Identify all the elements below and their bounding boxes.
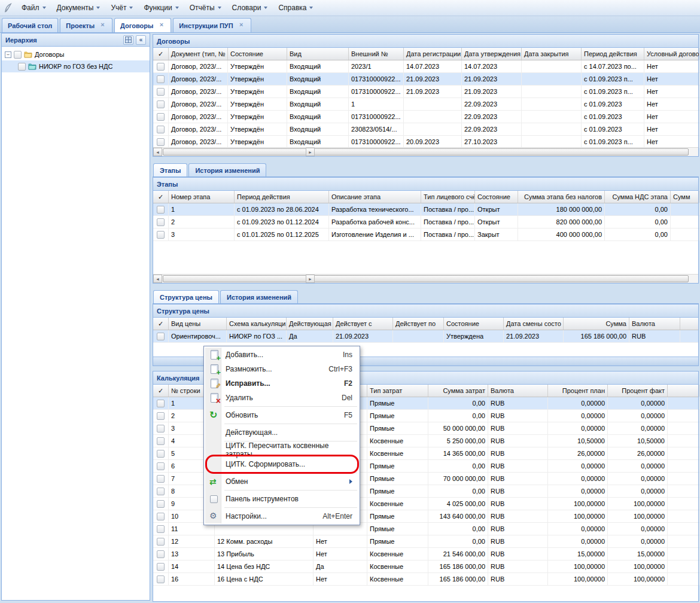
column-header[interactable]: Дата утверждения xyxy=(462,48,522,60)
column-header[interactable]: Процент план xyxy=(548,385,608,397)
column-header[interactable]: ✓ xyxy=(153,318,169,330)
table-row[interactable]: 1с 01.09.2023 по 28.06.2024Разработка те… xyxy=(153,203,698,216)
column-header[interactable]: Состояние xyxy=(228,48,287,60)
table-row[interactable]: 1616 Цена с НДСНетКосвенные165 186 000,0… xyxy=(153,573,698,586)
column-header[interactable]: Сумма xyxy=(564,318,629,330)
row-checkbox[interactable] xyxy=(157,206,165,214)
column-header[interactable]: Процент факт xyxy=(608,385,668,397)
context-menu-item[interactable]: ЦИТК. Сформировать... xyxy=(205,457,358,471)
scroll-left-button[interactable]: ◄ xyxy=(153,275,162,283)
tab[interactable]: Проекты× xyxy=(60,18,112,32)
row-checkbox[interactable] xyxy=(157,437,165,445)
tab[interactable]: История изменений xyxy=(188,163,266,176)
row-checkbox[interactable] xyxy=(157,126,165,133)
tab[interactable]: Инструкции ПУП× xyxy=(173,18,251,32)
row-checkbox[interactable] xyxy=(157,138,165,146)
column-header[interactable]: Документ (тип, № xyxy=(169,48,228,60)
node-checkbox[interactable] xyxy=(14,51,22,59)
table-row[interactable]: 1414 Цена без НДСДаКосвенные165 186 000,… xyxy=(153,561,698,573)
column-header[interactable]: Номер этапа xyxy=(169,191,235,203)
table-row[interactable]: Договор, 2023/...УтверждёнВходящий2023/1… xyxy=(153,60,698,73)
columns-settings-button[interactable] xyxy=(123,35,133,45)
column-header[interactable]: Состояние xyxy=(444,318,504,330)
row-checkbox[interactable] xyxy=(157,218,165,226)
column-header[interactable]: Период действия xyxy=(235,191,329,203)
column-header[interactable]: Сумма этапа без налогов xyxy=(518,191,605,203)
column-header[interactable]: Дата смены состо xyxy=(504,318,564,330)
column-header[interactable]: Период действия xyxy=(582,48,644,60)
column-header[interactable] xyxy=(668,385,699,397)
row-checkbox[interactable] xyxy=(157,412,165,420)
menubar-item[interactable]: Справка xyxy=(273,0,318,16)
column-header[interactable]: ✓ xyxy=(153,191,169,203)
menubar-item[interactable]: Документы xyxy=(51,0,106,16)
scroll-thumb[interactable] xyxy=(163,275,689,282)
scroll-right-button[interactable]: ► xyxy=(306,275,315,283)
menubar-item[interactable]: Функции xyxy=(138,0,184,16)
tree-node-root[interactable]: − Договоры xyxy=(2,48,150,60)
tab[interactable]: Этапы xyxy=(153,163,187,176)
table-row[interactable]: Договор, 2023/...УтверждёнВходящий017310… xyxy=(153,136,698,148)
menubar-item[interactable]: Учёт xyxy=(105,0,138,16)
table-row[interactable]: Договор, 2023/...УтверждёнВходящий017310… xyxy=(153,86,698,98)
horizontal-scrollbar[interactable]: ◄ ► xyxy=(153,274,698,283)
close-icon[interactable]: × xyxy=(238,22,245,29)
tree-node-child[interactable]: НИОКР по ГОЗ без НДС xyxy=(2,60,150,72)
row-checkbox[interactable] xyxy=(157,333,165,340)
tab[interactable]: История изменений xyxy=(220,290,298,303)
column-header[interactable]: Дата регистрации xyxy=(404,48,462,60)
context-menu-item[interactable]: Панель инструментов xyxy=(205,492,358,506)
table-row[interactable]: Договор, 2023/...УтверждёнВходящий230823… xyxy=(153,123,698,136)
context-menu-item[interactable]: Размножить...Ctrl+F3 xyxy=(205,362,358,376)
row-checkbox[interactable] xyxy=(157,113,165,121)
context-menu-item[interactable]: Исправить...F2 xyxy=(205,376,358,391)
horizontal-scrollbar[interactable]: ◄ ► xyxy=(153,147,698,156)
menubar-item[interactable]: Файл xyxy=(16,0,51,16)
scroll-right-button[interactable]: ► xyxy=(306,148,315,156)
column-header[interactable]: Сумма НДС этапа xyxy=(605,191,671,203)
table-row[interactable]: Договор, 2023/...УтверждёнВходящий017310… xyxy=(153,73,698,86)
column-header[interactable]: Схема калькуляци xyxy=(227,318,287,330)
column-header[interactable]: Вид цены xyxy=(169,318,227,330)
row-checkbox[interactable] xyxy=(157,450,165,458)
row-checkbox[interactable] xyxy=(157,488,165,495)
tab[interactable]: Договоры× xyxy=(114,18,171,32)
column-header[interactable]: Описание этапа xyxy=(329,191,421,203)
context-menu-item[interactable]: Действующая... xyxy=(205,425,358,440)
row-checkbox[interactable] xyxy=(157,525,165,533)
row-checkbox[interactable] xyxy=(157,475,165,483)
context-menu-item[interactable]: Добавить...Ins xyxy=(205,348,358,362)
context-menu-item[interactable]: УдалитьDel xyxy=(205,391,358,405)
collapse-panel-button[interactable]: « xyxy=(136,35,146,45)
row-checkbox[interactable] xyxy=(157,513,165,520)
row-checkbox[interactable] xyxy=(157,538,165,546)
menubar-item[interactable]: Словари xyxy=(227,0,273,16)
column-header[interactable]: Тип затрат xyxy=(367,385,428,397)
row-checkbox[interactable] xyxy=(157,231,165,239)
row-checkbox[interactable] xyxy=(157,550,165,558)
close-icon[interactable]: × xyxy=(157,22,165,29)
column-header[interactable]: Вид xyxy=(287,48,349,60)
column-header[interactable]: Сумма затрат xyxy=(428,385,488,397)
table-row[interactable]: Ориентировоч...НИОКР по ГОЗ ...Да21.09.2… xyxy=(153,330,698,343)
scroll-left-button[interactable]: ◄ xyxy=(153,148,162,156)
table-row[interactable]: 1313 ПрибыльНетКосвенные21 546 000,00RUB… xyxy=(153,548,698,561)
column-header[interactable]: ✓ xyxy=(153,385,169,397)
collapse-node-icon[interactable]: − xyxy=(5,51,11,58)
column-header[interactable]: Состояние xyxy=(475,191,518,203)
row-checkbox[interactable] xyxy=(157,100,165,108)
table-row[interactable]: Договор, 2023/...УтверждёнВходящий122.09… xyxy=(153,98,698,111)
row-checkbox[interactable] xyxy=(157,63,165,71)
column-header[interactable]: Валюта xyxy=(629,318,680,330)
column-header[interactable]: Сумм xyxy=(671,191,699,203)
column-header[interactable]: Действующая xyxy=(287,318,333,330)
row-checkbox[interactable] xyxy=(157,563,165,571)
context-menu-item[interactable]: ЦИТК. Пересчитать косвенные затраты... xyxy=(205,443,358,457)
row-checkbox[interactable] xyxy=(157,425,165,433)
column-header[interactable]: Внешний № xyxy=(349,48,404,60)
context-menu-item[interactable]: ОбновитьF5 xyxy=(205,408,358,422)
menubar-item[interactable]: Отчёты xyxy=(184,0,227,16)
column-header[interactable]: Валюта xyxy=(488,385,548,397)
table-row[interactable]: Договор, 2023/...УтверждёнВходящий017310… xyxy=(153,111,698,123)
row-checkbox[interactable] xyxy=(157,575,165,583)
